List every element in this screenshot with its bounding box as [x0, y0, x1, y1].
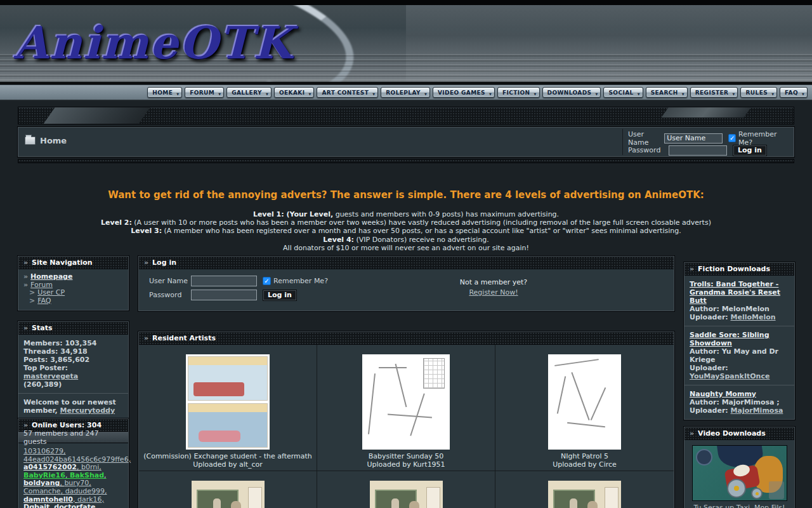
- online-user-link[interactable]: doctorfate: [54, 503, 98, 508]
- chevron-down-icon[interactable]: ▼: [771, 88, 776, 97]
- fiction-downloads-panel: »Fiction Downloads Trolls: Band Together…: [684, 262, 795, 420]
- nav-item-roleplay[interactable]: ROLEPLAY▼: [381, 87, 430, 98]
- online-user-link[interactable]: a0415762002: [23, 463, 81, 471]
- nav-label: SOCIAL: [604, 90, 636, 96]
- uploader-link[interactable]: YouMaySpankItOnce: [690, 372, 769, 380]
- password-field[interactable]: [191, 290, 257, 300]
- remember-me-checkbox[interactable]: ✓: [728, 134, 736, 142]
- nav-item-forum[interactable]: FORUM▼: [185, 87, 224, 98]
- double-arrow-icon: »: [690, 265, 694, 273]
- nav-item-social[interactable]: SOCIAL▼: [603, 87, 643, 98]
- site-logo[interactable]: AnimeOTK: [14, 17, 293, 69]
- nav-item-search[interactable]: SEARCH▼: [646, 87, 688, 98]
- username-field[interactable]: [664, 133, 723, 144]
- fiction-title-link[interactable]: Naughty Mommy: [690, 390, 756, 398]
- nav-item-gallery[interactable]: GALLERY▼: [226, 87, 272, 98]
- artwork-thumbnail[interactable]: [548, 354, 621, 450]
- artwork-thumbnail[interactable]: [192, 481, 265, 508]
- online-user-link[interactable]: BabyRie16: [23, 471, 70, 479]
- chevron-down-icon[interactable]: ▼: [594, 88, 600, 97]
- username-field[interactable]: [191, 276, 257, 286]
- online-user-link[interactable]: BakShad: [70, 471, 107, 479]
- chevron-down-icon[interactable]: ▼: [637, 88, 643, 97]
- nav-label: SEARCH: [646, 90, 681, 96]
- main-navbar: HOME▼ FORUM▼ GALLERY▼ OEKAKI▼ ART CONTES…: [0, 84, 812, 101]
- chevron-down-icon[interactable]: ▼: [265, 88, 271, 97]
- fiction-uploader: Uploader: YouMaySpankItOnce: [690, 364, 789, 380]
- uploader-link[interactable]: MajorMimosa: [731, 406, 783, 415]
- chevron-down-icon[interactable]: ▼: [218, 88, 223, 97]
- video-title-link[interactable]: Tu Seras un Taxi, Mon Fils!: [694, 504, 785, 508]
- nav-item-faq[interactable]: FAQ▼: [780, 87, 808, 98]
- register-link[interactable]: Register Now!: [469, 288, 518, 297]
- chevron-down-icon[interactable]: ▼: [372, 88, 377, 97]
- login-button[interactable]: Log in: [733, 145, 767, 156]
- artist-cell: [317, 471, 495, 508]
- stats-header: »Stats: [18, 322, 128, 335]
- video-thumbnail[interactable]: [692, 445, 787, 501]
- top-poster-link[interactable]: mastervegeta: [23, 372, 78, 380]
- fiction-title-link[interactable]: Trolls: Band Together - Grandma Rosie's …: [690, 280, 780, 305]
- online-user-link[interactable]: bury70: [64, 479, 91, 487]
- password-label: Password: [628, 146, 669, 154]
- chevron-down-icon[interactable]: ▼: [308, 88, 313, 97]
- fiction-author: Author: MajorMimosa ;: [690, 398, 789, 406]
- site-banner: AnimeOTK: [0, 5, 812, 84]
- artwork-thumbnail[interactable]: [548, 481, 621, 508]
- faq-link[interactable]: FAQ: [37, 297, 51, 305]
- nav-label: RULES: [741, 90, 771, 96]
- decorative-slab: [43, 107, 150, 124]
- chevron-down-icon[interactable]: ▼: [801, 88, 807, 97]
- online-user-link[interactable]: 103106279: [23, 447, 66, 455]
- online-user-link[interactable]: Comanche: [23, 487, 65, 495]
- online-user-link[interactable]: damntohell0: [23, 495, 77, 504]
- remember-me-checkbox[interactable]: ✓: [263, 277, 271, 285]
- nav-item-art-contest[interactable]: ART CONTEST▼: [317, 87, 378, 98]
- chevron-down-icon[interactable]: ▼: [731, 88, 737, 97]
- chevron-down-icon[interactable]: ▼: [424, 88, 429, 97]
- login-button[interactable]: Log in: [263, 290, 297, 301]
- nav-label: FICTION: [498, 90, 534, 96]
- video-downloads-header: »Video Downloads: [684, 427, 794, 440]
- nav-item-register[interactable]: REGISTER▼: [690, 87, 738, 98]
- chevron-down-icon[interactable]: ▼: [534, 88, 539, 97]
- online-user-link[interactable]: b0rni: [81, 463, 102, 471]
- chevron-down-icon[interactable]: ▼: [488, 88, 494, 97]
- chevron-down-icon[interactable]: ▼: [176, 88, 181, 97]
- online-user-link[interactable]: dark16: [77, 495, 104, 504]
- artwork-thumbnail[interactable]: [186, 354, 270, 450]
- chevron-down-icon[interactable]: ▼: [681, 88, 687, 97]
- artwork-thumbnail[interactable]: [370, 481, 443, 508]
- nav-item-downloads[interactable]: DOWNLOADS▼: [542, 87, 601, 98]
- artwork-thumbnail[interactable]: [362, 354, 450, 450]
- online-user-link[interactable]: boldyang: [23, 479, 64, 487]
- level-3-line: Level 3: (A member who has been register…: [0, 227, 812, 235]
- nav-item-fiction[interactable]: FICTION▼: [497, 87, 540, 98]
- artist-cell: [495, 471, 674, 508]
- uploader-link[interactable]: MelloMelon: [731, 313, 776, 321]
- fiction-uploader: Uploader: MelloMelon: [690, 313, 789, 321]
- online-user-link[interactable]: dadude999: [65, 487, 107, 495]
- homepage-link[interactable]: Homepage: [30, 272, 72, 281]
- fiction-title-link[interactable]: Saddle Sore: Sibling Showdown: [690, 331, 769, 347]
- double-arrow-icon: »: [23, 324, 28, 332]
- nav-item-rules[interactable]: RULES▼: [740, 87, 777, 98]
- sidebar-item-faq[interactable]: >FAQ: [23, 297, 123, 305]
- remember-me-label: Remember Me?: [273, 277, 328, 285]
- password-field[interactable]: [669, 145, 727, 156]
- top-edge: [0, 0, 812, 5]
- nav-item-oekaki[interactable]: OEKAKI▼: [274, 87, 314, 98]
- level-1-line: Level 1: (Your Level, guests and members…: [0, 210, 812, 218]
- online-user-link[interactable]: 44ead024ba61456c6c979ffe6: [23, 455, 131, 464]
- nav-item-home[interactable]: HOME▼: [147, 87, 182, 98]
- nav-item-video-games[interactable]: VIDEO GAMES▼: [433, 87, 495, 98]
- online-user-link[interactable]: Dgbait: [23, 503, 54, 508]
- double-arrow-icon: »: [144, 334, 148, 342]
- forum-link[interactable]: Forum: [30, 281, 53, 289]
- newest-member-link[interactable]: Mercurytoddy: [60, 406, 115, 415]
- author-name: MelonMelon: [722, 305, 769, 313]
- panel-title: Fiction Downloads: [698, 265, 770, 273]
- usercp-link[interactable]: User CP: [37, 288, 65, 297]
- channel-logo-icon: [696, 449, 712, 465]
- breadcrumb-panel: Home User Name ✓ Remember Me? Password L…: [18, 127, 794, 157]
